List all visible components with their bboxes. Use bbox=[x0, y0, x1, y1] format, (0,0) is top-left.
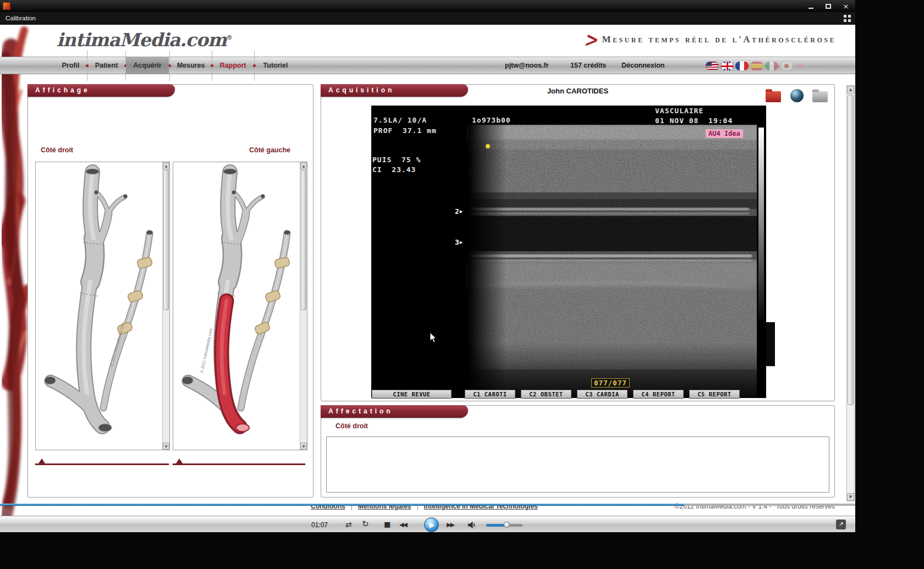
slider-thumb[interactable] bbox=[176, 458, 183, 463]
page-scrollbar: ▲ ▼ bbox=[846, 85, 855, 501]
screen: × Calibration bbox=[0, 0, 924, 569]
window-controls: × bbox=[806, 0, 851, 12]
slider-thumb[interactable] bbox=[38, 458, 45, 463]
close-button[interactable]: × bbox=[841, 2, 851, 10]
playback-time: 01:07 bbox=[311, 521, 328, 529]
scroll-down-icon[interactable]: ▼ bbox=[300, 443, 307, 450]
affectation-textarea[interactable] bbox=[326, 437, 829, 493]
flag-dot-icon[interactable] bbox=[798, 64, 802, 68]
nav-item-rapport[interactable]: Rapport bbox=[212, 57, 254, 74]
exam-datetime: 01 NOV 08 19:04 bbox=[655, 117, 733, 125]
volume-icon[interactable] bbox=[468, 521, 477, 529]
gray-folder-icon[interactable] bbox=[812, 91, 828, 102]
exam-id: 1o973b00 bbox=[472, 116, 511, 124]
fullscreen-button[interactable]: ↗ bbox=[836, 520, 846, 529]
c1-caroti-button[interactable]: C1 CAROTI bbox=[465, 390, 515, 399]
ci-info: CI 23.43 bbox=[372, 165, 416, 174]
tagline-chevron-icon: > bbox=[584, 29, 597, 50]
affectation-panel: Affectation Côté droit bbox=[321, 405, 835, 498]
acquisition-panel: Acquisition John CAROTIDES bbox=[321, 84, 835, 401]
affectation-cote-droit-label: Côté droit bbox=[336, 422, 368, 430]
affichage-panel-header: Affichage bbox=[28, 84, 175, 97]
brand-tagline: > Mesure temps réel de l'Athérosclérose bbox=[584, 31, 836, 48]
main-nav: Profil Patient Acquérir Mesures Rapport … bbox=[0, 57, 855, 74]
grid-menu-icon[interactable] bbox=[844, 15, 851, 22]
scrollbar-thumb[interactable] bbox=[163, 170, 169, 310]
flag-es-icon[interactable] bbox=[750, 62, 763, 70]
c5-report-button[interactable]: C5 REPORT bbox=[689, 390, 740, 399]
scroll-down-icon[interactable]: ▼ bbox=[163, 443, 169, 450]
scroll-up-icon[interactable]: ▲ bbox=[300, 162, 307, 169]
c4-report-button[interactable]: C4 REPORT bbox=[633, 390, 684, 399]
illustration-scrollbar: ▲ ▼ bbox=[300, 162, 307, 450]
carotid-diagram-left[interactable]: © 2011 IntimaMedia.com bbox=[173, 162, 300, 450]
measure-point-dot bbox=[486, 144, 490, 148]
flag-uk-icon[interactable] bbox=[721, 62, 734, 70]
scroll-up-icon[interactable]: ▲ bbox=[163, 162, 169, 169]
wall-marker-3: 3 ▸ bbox=[455, 238, 463, 246]
exam-mode: VASCULAIRE bbox=[655, 107, 703, 115]
cine-revue-button[interactable]: CINE REVUE bbox=[372, 390, 452, 399]
brand-logo-text: intimaMedia.com bbox=[57, 29, 227, 51]
left-side-illustration-box: © 2011 IntimaMedia.com ▲ ▼ bbox=[173, 162, 307, 450]
scrollbar-thumb[interactable] bbox=[301, 170, 306, 310]
flag-fr-icon[interactable] bbox=[735, 62, 749, 70]
play-button[interactable]: ▶ bbox=[424, 517, 439, 532]
marker-label: 3 bbox=[455, 238, 459, 246]
volume-thumb[interactable] bbox=[504, 522, 510, 528]
chapter-title: Calibration bbox=[6, 15, 36, 21]
nav-item-profil[interactable]: Profil bbox=[55, 57, 86, 74]
illustration-copyright: © 2011 IntimaMedia.com bbox=[199, 328, 213, 373]
user-email: pjtw@noos.fr bbox=[505, 57, 549, 74]
ultrasound-image bbox=[371, 106, 766, 398]
marker-label: 2 bbox=[455, 207, 459, 216]
player-window: × Calibration bbox=[0, 0, 855, 532]
minimize-button[interactable] bbox=[806, 2, 816, 10]
tagline-text: Mesure temps réel de l'Athérosclérose bbox=[602, 34, 836, 45]
flag-jp-icon[interactable] bbox=[780, 62, 793, 70]
replay-icon[interactable]: ↻ bbox=[362, 520, 369, 528]
preset-badge: AU4 Idea bbox=[706, 129, 743, 138]
power-info: PUIS 75 % bbox=[372, 156, 421, 164]
decorative-red-ribbon bbox=[0, 25, 31, 516]
affectation-panel-header: Affectation bbox=[321, 405, 468, 418]
fast-forward-button[interactable]: ▶▶ bbox=[447, 522, 454, 528]
c2-obstet-button[interactable]: C2 OBSTET bbox=[521, 390, 571, 399]
depth-info: PROF 37.1 mm bbox=[373, 126, 437, 135]
zoom-slider-right[interactable] bbox=[35, 463, 169, 465]
window-titlebar: × bbox=[0, 0, 855, 12]
globe-icon[interactable] bbox=[790, 89, 804, 102]
skip-icon[interactable]: ⇄ bbox=[345, 521, 352, 528]
carotid-diagram-right[interactable]: © 2011 IntimaMedia.com bbox=[36, 162, 162, 450]
zoom-slider-left[interactable] bbox=[173, 463, 305, 465]
nav-item-acquerir[interactable]: Acquérir bbox=[126, 57, 169, 74]
scroll-up-icon[interactable]: ▲ bbox=[847, 86, 854, 93]
stop-button[interactable]: ■ bbox=[384, 521, 391, 528]
credits-count: 157 crédits bbox=[570, 57, 606, 74]
cote-droit-label: Côté droit bbox=[41, 146, 73, 154]
flag-it-icon[interactable] bbox=[765, 62, 778, 70]
nav-item-tutoriel[interactable]: Tutoriel bbox=[255, 57, 296, 74]
player-menubar: Calibration bbox=[0, 12, 855, 25]
scroll-down-icon[interactable]: ▼ bbox=[847, 493, 854, 501]
registered-mark: ® bbox=[227, 34, 232, 41]
ultrasound-viewer[interactable]: 7.5LA/ 10/A 1o973b00 PROF 37.1 mm VASCUL… bbox=[371, 106, 766, 398]
marker-arrow-icon: ▸ bbox=[460, 208, 463, 215]
video-seekbar[interactable] bbox=[0, 504, 855, 506]
mouse-cursor bbox=[430, 332, 438, 344]
maximize-button[interactable] bbox=[823, 2, 833, 10]
brand-logo: intimaMedia.com® bbox=[57, 29, 232, 51]
rewind-button[interactable]: ◀◀ bbox=[399, 522, 406, 528]
nav-item-mesures[interactable]: Mesures bbox=[170, 57, 211, 74]
c3-cardia-button[interactable]: C3 CARDIA bbox=[577, 390, 628, 399]
flag-us-icon[interactable] bbox=[706, 62, 719, 70]
player-controlbar: 01:07 ⇄ ↻ ■ ◀◀ ▶ ▶▶ ↗ bbox=[0, 516, 855, 532]
wall-marker-2: 2 ▸ bbox=[455, 207, 463, 216]
frame-counter: 077/077 bbox=[591, 378, 630, 388]
probe-info: 7.5LA/ 10/A bbox=[373, 116, 427, 124]
logout-link[interactable]: Déconnexion bbox=[622, 57, 665, 74]
right-side-illustration-box: © 2011 IntimaMedia.com ▲ ▼ bbox=[35, 162, 170, 450]
page-scrollbar-thumb[interactable] bbox=[848, 95, 854, 405]
nav-item-patient[interactable]: Patient bbox=[88, 57, 125, 74]
red-folder-icon[interactable] bbox=[766, 91, 781, 102]
